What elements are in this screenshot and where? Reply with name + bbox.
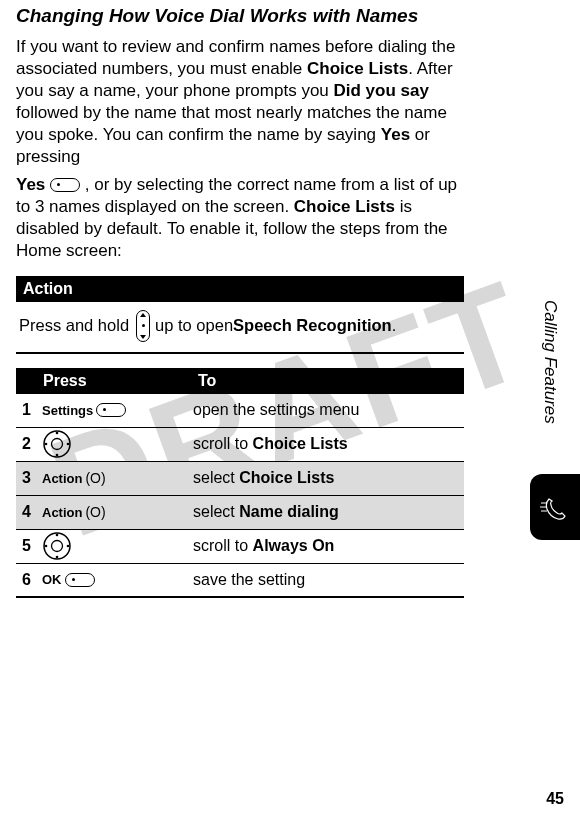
softkey-icon [50, 178, 80, 192]
svg-point-5 [67, 443, 70, 446]
table-row: 5 scroll to Always On [16, 530, 464, 564]
step-to-bold: Always On [253, 537, 335, 554]
p1-bold2: Did you say [334, 81, 429, 100]
step-to-a: select [193, 469, 239, 486]
svg-point-0 [44, 431, 70, 457]
table-row: 1 Settings open the settings menu [16, 394, 464, 428]
p2-bold1: Yes [16, 175, 45, 194]
step-press [42, 429, 191, 459]
step-press [42, 531, 191, 561]
okey-icon: (O) [85, 470, 105, 486]
table-row: 6 OK save the setting [16, 564, 464, 598]
section-title: Changing How Voice Dial Works with Names [16, 5, 464, 27]
step-num: 6 [16, 571, 42, 589]
svg-point-4 [45, 443, 48, 446]
step-to-a: select [193, 503, 239, 520]
svg-point-10 [45, 545, 48, 548]
step-to: scroll to Choice Lists [191, 431, 464, 457]
svg-point-8 [56, 534, 59, 537]
nav-wheel-icon [42, 429, 72, 459]
step-label: Action [42, 505, 82, 520]
table-row: 4 Action (O) select Name dialing [16, 496, 464, 530]
action-header: Action [16, 276, 464, 302]
p2-bold2: Choice Lists [294, 197, 395, 216]
p1-bold3: Yes [381, 125, 410, 144]
phone-badge-icon [530, 474, 580, 540]
step-num: 3 [16, 469, 42, 487]
voice-key-icon [136, 310, 150, 342]
step-to-bold: Choice Lists [253, 435, 348, 452]
svg-point-6 [44, 533, 70, 559]
step-to-a: scroll to [193, 435, 253, 452]
step-label: Settings [42, 403, 93, 418]
step-num: 2 [16, 435, 42, 453]
softkey-icon [65, 573, 95, 587]
action-b: up to open [155, 316, 233, 335]
step-to: save the setting [191, 567, 464, 593]
step-label: OK [42, 572, 62, 587]
step-num: 1 [16, 401, 42, 419]
paragraph-1: If you want to review and confirm names … [16, 36, 464, 169]
step-to-a: scroll to [193, 537, 253, 554]
svg-point-3 [56, 454, 59, 457]
okey-icon: (O) [85, 504, 105, 520]
step-press: Action (O) [42, 470, 191, 486]
paragraph-2: Yes , or by selecting the correct name f… [16, 174, 464, 262]
svg-point-7 [52, 541, 63, 552]
action-c: . [392, 316, 397, 335]
step-press: Settings [42, 403, 191, 418]
table-row: 2 scroll to Choice Lists [16, 428, 464, 462]
nav-wheel-icon [42, 531, 72, 561]
step-to: open the settings menu [191, 397, 464, 423]
step-to: select Choice Lists [191, 465, 464, 491]
col-press-header: Press [16, 368, 191, 394]
step-to-bold: Choice Lists [239, 469, 334, 486]
softkey-icon [96, 403, 126, 417]
step-to: scroll to Always On [191, 533, 464, 559]
action-row: Press and hold up to open Speech Recogni… [16, 302, 464, 354]
step-press: OK [42, 572, 191, 587]
step-press: Action (O) [42, 504, 191, 520]
step-to: select Name dialing [191, 499, 464, 525]
col-to-header: To [191, 368, 464, 394]
svg-point-2 [56, 432, 59, 435]
page-number: 45 [546, 790, 564, 808]
step-num: 5 [16, 537, 42, 555]
step-to-bold: Name dialing [239, 503, 339, 520]
side-chapter-label: Calling Features [540, 300, 560, 424]
svg-point-1 [52, 439, 63, 450]
step-label: Action [42, 471, 82, 486]
p1-bold1: Choice Lists [307, 59, 408, 78]
action-a: Press and hold [19, 316, 129, 335]
step-to-a: save the setting [193, 571, 305, 588]
step-num: 4 [16, 503, 42, 521]
action-bold: Speech Recognition [233, 316, 392, 335]
svg-point-9 [56, 556, 59, 559]
side-rail: Calling Features [525, 300, 575, 540]
table-row: 3 Action (O) select Choice Lists [16, 462, 464, 496]
step-to-a: open the settings menu [193, 401, 359, 418]
svg-point-11 [67, 545, 70, 548]
table-header: Press To [16, 368, 464, 394]
